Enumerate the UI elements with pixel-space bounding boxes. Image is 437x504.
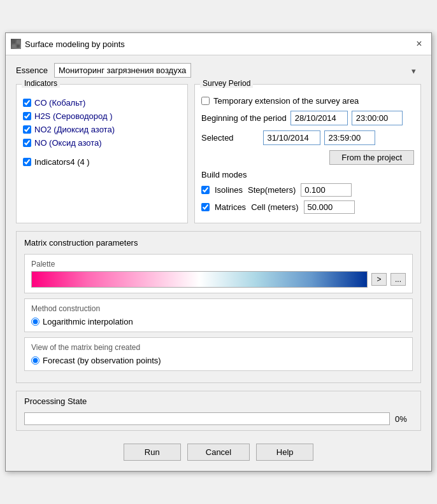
isolines-step-label: Step(meters) — [248, 185, 296, 195]
footer-buttons: Run Cancel Help — [16, 438, 421, 463]
title-bar-left: Surface modeling by points — [11, 39, 125, 49]
matrices-row: Matrices Cell (meters) — [201, 200, 414, 214]
temp-extension-label[interactable]: Temporary extension of the survey area — [213, 96, 359, 106]
title-bar: Surface modeling by points × — [6, 33, 431, 55]
matrices-checkbox[interactable] — [201, 203, 210, 211]
h2s-label[interactable]: H2S (Сероводород ) — [34, 111, 113, 121]
essence-label: Essence — [16, 66, 48, 75]
essence-dropdown[interactable]: Мониторинг загрязнения воздуха — [54, 63, 191, 78]
matrix-section-title: Matrix construction parameters — [24, 238, 413, 248]
no2-label[interactable]: NO2 (Диоксид азота) — [34, 125, 115, 134]
indicators4-checkbox[interactable] — [23, 158, 31, 166]
indicators-list: CO (Кобальт) H2S (Сероводород ) NO2 (Дио… — [23, 94, 181, 152]
two-column-layout: Indicators CO (Кобальт) H2S (Сероводород… — [16, 84, 421, 223]
forecast-radio-item: Forecast (by observation points) — [31, 356, 406, 365]
from-project-row: From the project — [201, 150, 414, 165]
logarithmic-label[interactable]: Logarithmic interpolation — [43, 317, 133, 326]
no-label[interactable]: NO (Оксид азота) — [34, 138, 102, 148]
no2-checkbox[interactable] — [23, 125, 31, 134]
indicators-group: Indicators CO (Кобальт) H2S (Сероводород… — [16, 84, 188, 223]
temp-extension-row: Temporary extension of the survey area — [201, 96, 414, 106]
beginning-date[interactable]: 28/10/2014 — [290, 111, 348, 125]
run-button[interactable]: Run — [124, 444, 181, 461]
forecast-radio[interactable] — [31, 356, 39, 365]
co-checkbox[interactable] — [23, 99, 31, 107]
list-item[interactable]: H2S (Сероводород ) — [23, 109, 181, 123]
indicators-footer: Indicators4 (4 ) — [23, 157, 181, 167]
indicators4-label[interactable]: Indicators4 (4 ) — [34, 157, 90, 167]
window-icon — [11, 39, 21, 49]
processing-title: Processing State — [24, 396, 413, 406]
view-section: View of the matrix being created Forecas… — [24, 337, 413, 371]
isolines-row: Isolines Step(meters) — [201, 183, 414, 197]
temp-extension-checkbox[interactable] — [201, 97, 210, 105]
indicators-group-label: Indicators — [22, 79, 60, 88]
build-modes: Build modes Isolines Step(meters) Matric… — [201, 170, 414, 214]
view-label: View of the matrix being created — [31, 343, 406, 352]
h2s-checkbox[interactable] — [23, 112, 31, 120]
forecast-label[interactable]: Forecast (by observation points) — [43, 356, 161, 365]
matrices-cell-label: Cell (meters) — [251, 202, 298, 212]
survey-period-panel: Survey Period Temporary extension of the… — [194, 84, 421, 223]
help-button[interactable]: Help — [256, 444, 313, 461]
isolines-checkbox[interactable] — [201, 186, 210, 194]
matrices-label[interactable]: Matrices — [215, 202, 246, 212]
selected-time[interactable]: 23:59:00 — [324, 130, 375, 145]
matrix-construction-section: Matrix construction parameters Palette >… — [16, 231, 421, 383]
selected-row: Selected 31/10/2014 23:59:00 — [201, 130, 414, 145]
logarithmic-radio[interactable] — [31, 318, 39, 326]
window-title: Surface modeling by points — [25, 39, 125, 49]
logarithmic-radio-item: Logarithmic interpolation — [31, 317, 406, 326]
progress-bar-container — [24, 412, 390, 425]
build-modes-label: Build modes — [201, 170, 414, 179]
palette-section: Palette > ... — [24, 254, 413, 293]
progress-row: 0% — [24, 412, 413, 425]
survey-period-content: Temporary extension of the survey area B… — [201, 94, 414, 214]
survey-period-group: Survey Period Temporary extension of the… — [194, 84, 421, 223]
palette-more-button[interactable]: ... — [390, 273, 406, 286]
from-project-button[interactable]: From the project — [329, 150, 414, 165]
palette-next-button[interactable]: > — [371, 273, 387, 286]
indicators-panel: Indicators CO (Кобальт) H2S (Сероводород… — [16, 84, 188, 223]
list-item[interactable]: NO2 (Диоксид азота) — [23, 123, 181, 136]
list-item[interactable]: CO (Кобальт) — [23, 96, 181, 109]
no-checkbox[interactable] — [23, 139, 31, 147]
selected-label: Selected — [201, 133, 234, 143]
cancel-button[interactable]: Cancel — [187, 444, 250, 461]
survey-period-label: Survey Period — [200, 79, 253, 88]
main-window: Surface modeling by points × Essence Мон… — [5, 32, 432, 472]
palette-label: Palette — [31, 260, 406, 269]
method-label: Method construction — [31, 304, 406, 313]
selected-date[interactable]: 31/10/2014 — [263, 130, 320, 145]
palette-bar — [31, 271, 368, 288]
content-area: Essence Мониторинг загрязнения воздуха I… — [6, 55, 431, 471]
palette-row: > ... — [31, 271, 406, 288]
beginning-label: Beginning of the period — [201, 113, 287, 123]
beginning-row: Beginning of the period 28/10/2014 23:00… — [201, 111, 414, 125]
matrices-cell-input[interactable] — [304, 200, 355, 214]
svg-rect-1 — [17, 40, 20, 43]
essence-row: Essence Мониторинг загрязнения воздуха — [16, 63, 421, 78]
list-item[interactable]: NO (Оксид азота) — [23, 136, 181, 150]
isolines-label[interactable]: Isolines — [215, 185, 243, 195]
svg-rect-3 — [17, 45, 20, 48]
svg-rect-2 — [12, 45, 15, 48]
progress-percent: 0% — [395, 414, 413, 424]
method-section: Method construction Logarithmic interpol… — [24, 298, 413, 332]
beginning-time[interactable]: 23:00:00 — [352, 111, 403, 125]
close-button[interactable]: × — [412, 37, 426, 51]
co-label[interactable]: CO (Кобальт) — [34, 98, 85, 108]
svg-rect-0 — [12, 40, 15, 43]
essence-select-wrapper: Мониторинг загрязнения воздуха — [54, 63, 421, 78]
processing-section: Processing State 0% — [16, 391, 421, 431]
isolines-step-input[interactable] — [301, 183, 352, 197]
